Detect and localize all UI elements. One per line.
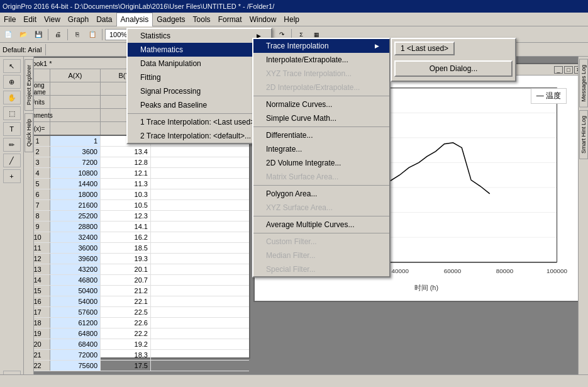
new-btn[interactable]: 📄 bbox=[1, 28, 15, 41]
menu-view[interactable]: View bbox=[40, 13, 64, 26]
vtab-messages[interactable]: Messages Log bbox=[579, 59, 588, 108]
longname-a[interactable] bbox=[50, 82, 101, 95]
menu-edit[interactable]: Edit bbox=[19, 13, 40, 26]
cell-b[interactable]: 21.2 bbox=[101, 286, 151, 296]
math-sep2 bbox=[253, 126, 389, 127]
cell-a[interactable]: 57600 bbox=[50, 307, 101, 317]
menu-simple-curve[interactable]: Simple Curve Math... bbox=[253, 111, 389, 125]
table-row: 8 25200 12.3 bbox=[25, 211, 249, 222]
cell-a[interactable]: 75600 bbox=[50, 361, 101, 371]
cell-b[interactable]: 12.8 bbox=[101, 157, 151, 167]
cell-a[interactable]: 54000 bbox=[50, 296, 101, 306]
tool-draw[interactable]: ✏ bbox=[3, 138, 21, 152]
cell-a[interactable]: 64800 bbox=[50, 328, 101, 339]
cell-b[interactable]: 12.1 bbox=[101, 168, 151, 178]
cell-b[interactable]: 22.2 bbox=[101, 328, 151, 339]
menu-2d-volume[interactable]: 2D Volume Integrate... bbox=[253, 156, 389, 170]
cell-a[interactable]: 18000 bbox=[50, 189, 101, 199]
cell-a[interactable]: 7200 bbox=[50, 157, 101, 167]
paste-btn[interactable]: 📋 bbox=[86, 28, 99, 41]
menu-data[interactable]: Data bbox=[92, 13, 116, 26]
cell-b[interactable]: 22.1 bbox=[101, 296, 151, 306]
cell-b[interactable]: 13.4 bbox=[101, 147, 151, 157]
copy-btn[interactable]: ⎘ bbox=[70, 28, 84, 41]
menu-help[interactable]: Help bbox=[280, 13, 303, 26]
cell-a[interactable]: 1 bbox=[50, 136, 101, 146]
cell-a[interactable]: 39600 bbox=[50, 254, 101, 264]
cell-b[interactable]: 10.3 bbox=[101, 189, 151, 199]
menu-trace-interpolation[interactable]: Trace Interpolation bbox=[253, 39, 389, 53]
cell-a[interactable]: 50400 bbox=[50, 286, 101, 296]
graph-max-btn[interactable]: □ bbox=[564, 66, 573, 74]
menu-normalize[interactable]: Normalize Curves... bbox=[253, 98, 389, 111]
cell-b[interactable]: 19.3 bbox=[101, 254, 151, 264]
cell-a[interactable]: 3600 bbox=[50, 147, 101, 157]
cell-b[interactable]: 22.6 bbox=[101, 318, 151, 328]
tool-select[interactable]: ⬚ bbox=[3, 106, 21, 120]
cell-a[interactable]: 36000 bbox=[50, 243, 101, 253]
menu-mathematics[interactable]: Mathematics bbox=[128, 43, 271, 57]
open-dialog-btn[interactable]: Open Dialog... bbox=[394, 60, 513, 77]
cell-b[interactable]: 17.5 bbox=[101, 361, 151, 371]
save-btn[interactable]: 💾 bbox=[31, 28, 45, 41]
tool-line[interactable]: ╱ bbox=[3, 154, 21, 167]
cell-a[interactable]: 14400 bbox=[50, 179, 101, 189]
menu-format[interactable]: Format bbox=[214, 13, 246, 26]
vtab-project[interactable]: Project Explorer bbox=[25, 59, 33, 111]
cell-b[interactable]: 18.5 bbox=[101, 243, 151, 253]
cell-b[interactable]: 12.3 bbox=[101, 211, 151, 221]
menu-differentiate[interactable]: Differentiate... bbox=[253, 128, 389, 142]
menu-gadgets[interactable]: Gadgets bbox=[153, 13, 189, 26]
menu-window[interactable]: Window bbox=[246, 13, 280, 26]
menu-data-manipulation[interactable]: Data Manipulation bbox=[128, 57, 271, 70]
cell-b[interactable]: 20.7 bbox=[101, 275, 151, 285]
cell-a[interactable]: 32400 bbox=[50, 232, 101, 242]
menu-polygon-area[interactable]: Polygon Area... bbox=[253, 187, 389, 201]
tool-pan[interactable]: ✋ bbox=[3, 91, 21, 104]
tool-more[interactable]: + bbox=[3, 169, 21, 183]
menu-analysis[interactable]: Analysis bbox=[116, 13, 153, 26]
menu-fitting[interactable]: Fitting bbox=[128, 70, 271, 84]
cell-b[interactable]: 14.1 bbox=[101, 222, 151, 232]
col-a-header[interactable]: A(X) bbox=[50, 69, 101, 82]
menu-integrate[interactable]: Integrate... bbox=[253, 142, 389, 156]
menu-avg-curves[interactable]: Average Multiple Curves... bbox=[253, 218, 389, 232]
cell-a[interactable]: 25200 bbox=[50, 211, 101, 221]
cell-b[interactable]: 20.1 bbox=[101, 264, 151, 274]
open-btn[interactable]: 📂 bbox=[16, 28, 30, 41]
cell-a[interactable]: 46800 bbox=[50, 275, 101, 285]
menu-signal-processing[interactable]: Signal Processing bbox=[128, 84, 271, 98]
cell-a[interactable]: 43200 bbox=[50, 264, 101, 274]
tool-zoom[interactable]: ⊕ bbox=[3, 75, 21, 89]
cell-b[interactable]: 22.5 bbox=[101, 307, 151, 317]
menu-interp-extrap[interactable]: Interpolate/Extrapolate... bbox=[253, 53, 389, 67]
menu-peaks-baseline[interactable]: Peaks and Baseline bbox=[128, 98, 271, 112]
last-used-dropdown[interactable]: 1 <Last used> bbox=[394, 42, 455, 55]
tool-text[interactable]: T bbox=[3, 122, 21, 136]
cell-a[interactable]: 21600 bbox=[50, 200, 101, 210]
cell-a[interactable]: 61200 bbox=[50, 318, 101, 328]
cell-a[interactable]: 68400 bbox=[50, 339, 101, 349]
menu-file[interactable]: File bbox=[0, 13, 19, 26]
cell-b[interactable]: 11.3 bbox=[101, 179, 151, 189]
graph-min-btn[interactable]: _ bbox=[554, 66, 563, 74]
menu-statistics[interactable]: Statistics bbox=[128, 29, 271, 43]
fx-a[interactable] bbox=[50, 122, 101, 135]
tool-arrow[interactable]: ↖ bbox=[3, 59, 21, 73]
cell-b[interactable]: 16.2 bbox=[101, 232, 151, 242]
cell-b[interactable]: 10.5 bbox=[101, 200, 151, 210]
comments-a[interactable] bbox=[50, 109, 101, 121]
print-btn[interactable]: 🖨 bbox=[51, 28, 65, 41]
menu-graph[interactable]: Graph bbox=[64, 13, 92, 26]
vtab-quickhelp[interactable]: Quick Help bbox=[25, 113, 33, 152]
vtab-smart[interactable]: Smart Hint Log bbox=[579, 110, 588, 159]
cell-a[interactable]: 28800 bbox=[50, 222, 101, 232]
cell-b[interactable]: 18.3 bbox=[101, 350, 151, 360]
menu-last-used-1[interactable]: 1 Trace Interpolation: <Last used>... bbox=[128, 115, 271, 129]
cell-b[interactable]: 19.2 bbox=[101, 339, 151, 349]
cell-a[interactable]: 10800 bbox=[50, 168, 101, 178]
menu-last-used-2[interactable]: 2 Trace Interpolation: <default>... bbox=[128, 129, 271, 143]
menu-tools[interactable]: Tools bbox=[189, 13, 214, 26]
units-a[interactable] bbox=[50, 96, 101, 108]
cell-a[interactable]: 72000 bbox=[50, 350, 101, 360]
